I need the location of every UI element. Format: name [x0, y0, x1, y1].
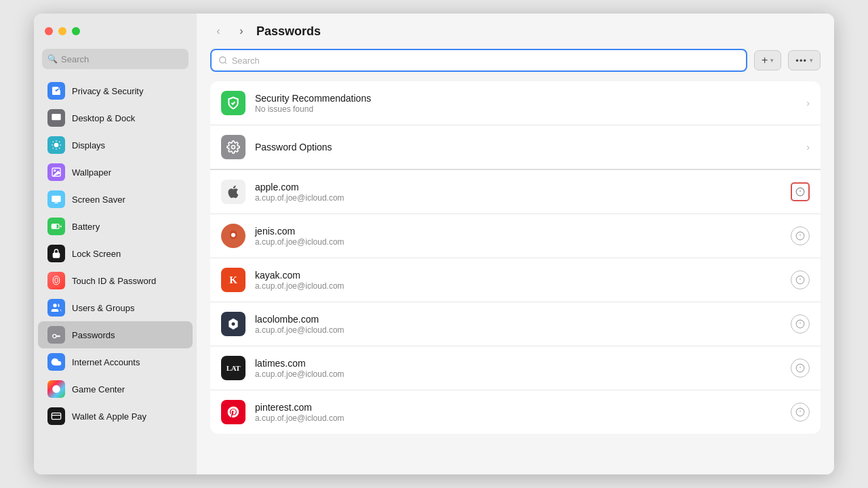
- sidebar-item-lock-screen[interactable]: Lock Screen: [38, 240, 193, 267]
- svg-rect-12: [52, 413, 60, 419]
- sidebar-label-lock-screen: Lock Screen: [72, 249, 121, 259]
- minimize-button[interactable]: [58, 27, 66, 35]
- jenis-icon: [221, 224, 245, 248]
- kayak-password-item[interactable]: K kayak.com a.cup.of.joe@icloud.com: [210, 258, 821, 302]
- latimes-password-text: latimes.com a.cup.of.joe@icloud.com: [255, 358, 781, 379]
- sidebar-label-wallet: Wallet & Apple Pay: [72, 411, 146, 422]
- svg-rect-0: [52, 114, 60, 120]
- system-preferences-window: 🔍 Privacy & Security Desktop & Dock Disp…: [34, 14, 834, 474]
- security-recommendations-item[interactable]: Security Recommendations No issues found…: [210, 81, 821, 125]
- apple-email: a.cup.of.joe@icloud.com: [255, 193, 781, 203]
- kayak-password-text: kayak.com a.cup.of.joe@icloud.com: [255, 270, 781, 291]
- sidebar-label-battery: Battery: [72, 222, 100, 232]
- forward-button[interactable]: ›: [233, 23, 250, 39]
- latimes-password-item[interactable]: LAT latimes.com a.cup.of.joe@icloud.com: [210, 346, 821, 390]
- svg-point-8: [53, 304, 56, 307]
- screen-saver-icon: [47, 190, 65, 208]
- svg-rect-7: [53, 253, 59, 258]
- main-scroll-area: + ▾ ••• ▾ Security Recommendations: [197, 49, 834, 474]
- sidebar-item-desktop-dock[interactable]: Desktop & Dock: [38, 104, 193, 131]
- sidebar-item-users-groups[interactable]: Users & Groups: [38, 294, 193, 321]
- lacolombe-icon: [221, 312, 245, 336]
- svg-point-11: [52, 385, 60, 393]
- back-button[interactable]: ‹: [210, 23, 226, 39]
- sidebar-search-icon: 🔍: [47, 54, 58, 64]
- sidebar-label-passwords: Passwords: [72, 330, 115, 340]
- svg-point-9: [53, 334, 56, 338]
- jenis-password-item[interactable]: jenis.com a.cup.of.joe@icloud.com: [210, 214, 821, 258]
- more-button[interactable]: ••• ▾: [788, 50, 821, 70]
- security-recommendations-icon: [221, 91, 245, 115]
- jenis-domain: jenis.com: [255, 226, 781, 237]
- main-titlebar: ‹ › Passwords: [197, 14, 834, 49]
- lacolombe-domain: lacolombe.com: [255, 314, 781, 325]
- battery-icon: [47, 218, 65, 235]
- add-icon: +: [762, 54, 768, 66]
- sidebar-label-users-groups: Users & Groups: [72, 303, 134, 313]
- sidebar-item-displays[interactable]: Displays: [38, 131, 193, 159]
- lacolombe-info-button[interactable]: [791, 314, 810, 333]
- apple-info-button[interactable]: [791, 182, 810, 201]
- svg-rect-4: [52, 196, 60, 202]
- desktop-dock-icon: [47, 109, 65, 127]
- apple-password-item[interactable]: apple.com a.cup.of.joe@icloud.com: [210, 170, 821, 214]
- sidebar-label-screen-saver: Screen Saver: [72, 195, 125, 205]
- sidebar-item-passwords[interactable]: Passwords: [38, 321, 193, 348]
- close-button[interactable]: [45, 27, 53, 35]
- sidebar-label-game-center: Game Center: [72, 384, 125, 394]
- password-options-title: Password Options: [255, 142, 797, 152]
- add-chevron-icon: ▾: [770, 57, 774, 64]
- security-recommendations-title: Security Recommendations: [255, 93, 797, 104]
- pinterest-icon: [221, 400, 245, 424]
- sidebar: 🔍 Privacy & Security Desktop & Dock Disp…: [34, 14, 197, 474]
- svg-point-18: [231, 233, 235, 237]
- lock-screen-icon: [47, 245, 65, 262]
- kayak-icon: K: [221, 268, 245, 292]
- sidebar-item-internet-accounts[interactable]: Internet Accounts: [38, 348, 193, 375]
- latimes-icon: LAT: [221, 356, 245, 380]
- sidebar-item-battery[interactable]: Battery: [38, 213, 193, 240]
- jenis-info-button[interactable]: [791, 226, 810, 245]
- apple-icon: [221, 180, 245, 204]
- sidebar-label-internet-accounts: Internet Accounts: [72, 357, 140, 367]
- wallpaper-icon: [47, 163, 65, 181]
- more-chevron-icon: ▾: [810, 57, 813, 64]
- password-options-text: Password Options: [255, 142, 797, 152]
- displays-icon: [47, 136, 65, 154]
- privacy-security-icon: [47, 82, 65, 100]
- lacolombe-password-item[interactable]: lacolombe.com a.cup.of.joe@icloud.com: [210, 302, 821, 346]
- pinterest-email: a.cup.of.joe@icloud.com: [255, 413, 781, 423]
- password-search-box[interactable]: [210, 49, 747, 72]
- pinterest-domain: pinterest.com: [255, 402, 781, 413]
- security-recommendations-chevron-icon: ›: [806, 98, 810, 108]
- sidebar-item-wallpaper[interactable]: Wallpaper: [38, 159, 193, 186]
- game-center-icon: [47, 380, 65, 398]
- sidebar-label-touch-id: Touch ID & Password: [72, 276, 156, 286]
- sidebar-item-touch-id[interactable]: Touch ID & Password: [38, 267, 193, 294]
- add-button[interactable]: + ▾: [754, 50, 781, 70]
- jenis-email: a.cup.of.joe@icloud.com: [255, 237, 781, 247]
- pinterest-password-text: pinterest.com a.cup.of.joe@icloud.com: [255, 402, 781, 423]
- sidebar-label-displays: Displays: [72, 140, 105, 150]
- latimes-info-button[interactable]: [791, 359, 810, 378]
- sidebar-item-wallet[interactable]: Wallet & Apple Pay: [38, 403, 193, 430]
- maximize-button[interactable]: [72, 27, 80, 35]
- latimes-domain: latimes.com: [255, 358, 781, 369]
- password-search-input[interactable]: [232, 56, 739, 66]
- latimes-email: a.cup.of.joe@icloud.com: [255, 369, 781, 379]
- sidebar-item-screen-saver[interactable]: Screen Saver: [38, 186, 193, 213]
- sidebar-label-wallpaper: Wallpaper: [72, 167, 111, 178]
- kayak-info-button[interactable]: [791, 270, 810, 289]
- pinterest-password-item[interactable]: pinterest.com a.cup.of.joe@icloud.com: [210, 390, 821, 434]
- lacolombe-password-text: lacolombe.com a.cup.of.joe@icloud.com: [255, 314, 781, 335]
- more-icon: •••: [795, 56, 807, 66]
- sidebar-item-privacy-security[interactable]: Privacy & Security: [38, 77, 193, 104]
- password-options-icon: [221, 135, 245, 159]
- password-options-item[interactable]: Password Options ›: [210, 125, 821, 170]
- svg-rect-6: [53, 225, 56, 228]
- sidebar-item-game-center[interactable]: Game Center: [38, 375, 193, 403]
- svg-point-14: [232, 146, 235, 149]
- pinterest-info-button[interactable]: [791, 403, 810, 422]
- sidebar-search-input[interactable]: [42, 49, 189, 69]
- apple-password-text: apple.com a.cup.of.joe@icloud.com: [255, 182, 781, 203]
